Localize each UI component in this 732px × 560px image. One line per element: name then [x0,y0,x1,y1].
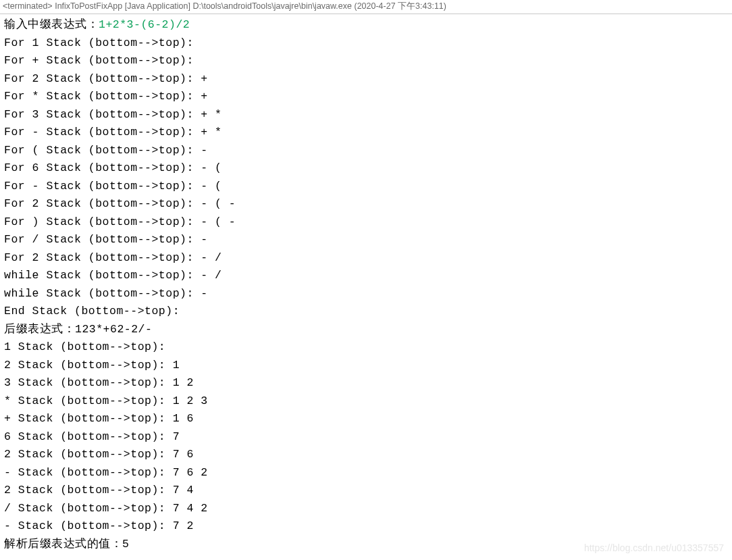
console-line: - Stack (bottom-->top): 7 6 2 [4,464,728,482]
console-line: For ) Stack (bottom-->top): - ( - [4,213,728,232]
run-timestamp: (2020-4-27 下午3:43:11) [354,1,446,11]
console-line: For 3 Stack (bottom-->top): + * [4,106,728,124]
console-line: For * Stack (bottom-->top): + [4,88,728,106]
console-line: 解析后缀表达式的值：5 [4,536,728,554]
console-line: * Stack (bottom-->top): 1 2 3 [4,392,728,411]
console-line: / Stack (bottom-->top): 7 4 2 [4,500,728,518]
console-line: + Stack (bottom-->top): 1 6 [4,410,728,428]
console-line: while Stack (bottom-->top): - / [4,267,728,285]
console-line: For 1 Stack (bottom-->top): [4,34,728,53]
console-line: 2 Stack (bottom-->top): 7 4 [4,482,728,500]
console-line: For ( Stack (bottom-->top): - [4,142,728,160]
console-line: For - Stack (bottom-->top): - ( [4,178,728,196]
console-line: For - Stack (bottom-->top): + * [4,124,728,142]
console-line: For / Stack (bottom-->top): - [4,231,728,249]
console-line: while Stack (bottom-->top): - [4,285,728,303]
console-line: 后缀表达式：123*+62-2/- [4,321,728,339]
user-input: 1+2*3-(6-2)/2 [99,18,190,31]
console-line: For + Stack (bottom-->top): [4,52,728,70]
console-line: 2 Stack (bottom-->top): 7 6 [4,446,728,464]
console-line: For 2 Stack (bottom-->top): - ( - [4,195,728,213]
console-line: End Stack (bottom-->top): [4,303,728,321]
console-line: For 6 Stack (bottom-->top): - ( [4,159,728,178]
console-output[interactable]: 输入中缀表达式：1+2*3-(6-2)/2 For 1 Stack (botto… [0,14,732,557]
input-prompt-line: 输入中缀表达式：1+2*3-(6-2)/2 [4,16,728,34]
exe-path: D:\tools\androidTools\javajre\bin\javaw.… [192,1,352,11]
run-status: <terminated> [3,1,53,11]
console-line: 6 Stack (bottom-->top): 7 [4,428,728,447]
console-line: - Stack (bottom-->top): 7 2 [4,517,728,536]
console-line: For 2 Stack (bottom-->top): - / [4,249,728,268]
output-block: For 1 Stack (bottom-->top):For + Stack (… [4,34,728,554]
console-line: For 2 Stack (bottom-->top): + [4,70,728,88]
console-header: <terminated> InfixToPostFixApp [Java App… [0,0,732,14]
console-line: 2 Stack (bottom-->top): 1 [4,357,728,375]
app-name: InfixToPostFixApp [Java Application] [55,1,190,11]
prompt-label: 输入中缀表达式： [4,18,99,30]
console-line: 3 Stack (bottom-->top): 1 2 [4,374,728,392]
console-line: 1 Stack (bottom-->top): [4,338,728,357]
